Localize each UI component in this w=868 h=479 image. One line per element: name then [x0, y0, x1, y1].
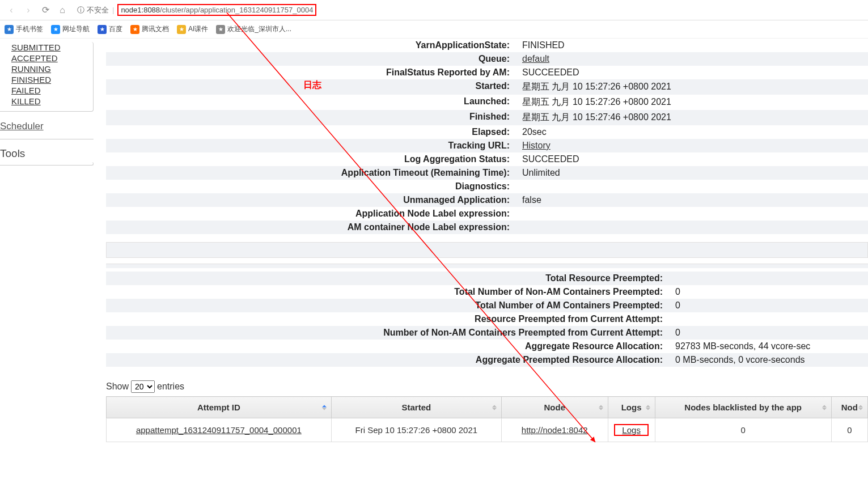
info-label: Log Aggregation Status: [106, 152, 514, 166]
preempt-label: Aggregate Preempted Resource Allocation: [106, 353, 667, 367]
sidebar-state-failed[interactable]: FAILED [0, 85, 93, 96]
annotation-logs-label: 日志 [303, 79, 321, 91]
column-header[interactable]: Nod [831, 397, 867, 418]
info-value: 星期五 九月 10 15:27:26 +0800 2021 [514, 79, 868, 95]
node-link[interactable]: http://node1:8042 [522, 425, 588, 435]
preempt-value: 0 [667, 299, 868, 312]
info-label: FinalStatus Reported by AM: [106, 66, 514, 79]
datatable-length-control: Show 20 entries [106, 377, 868, 396]
sidebar-scheduler-link[interactable]: Scheduler [0, 117, 94, 134]
bookmark-icon: ★ [216, 25, 225, 34]
info-value: Unlimited [514, 166, 868, 180]
bookmark-item[interactable]: ★AI课件 [177, 24, 208, 34]
info-label: AM container Node Label expression: [106, 221, 514, 234]
preempt-value [667, 312, 868, 326]
info-value: FINISHED [514, 39, 868, 52]
preempt-label: Total Number of Non-AM Containers Preemp… [106, 285, 667, 299]
info-icon: ⓘ [77, 5, 84, 15]
preempt-label: Number of Non-AM Containers Preempted fr… [106, 326, 667, 340]
info-label: Application Node Label expression: [106, 207, 514, 221]
sort-icon [599, 405, 604, 410]
main-content: YarnApplicationState:FINISHEDQueue:defau… [94, 39, 868, 479]
info-label: Launched: [106, 95, 514, 110]
preempt-label: Resource Preempted from Current Attempt: [106, 312, 667, 326]
preemption-info-table: Total Resource Preempted:Total Number of… [106, 272, 868, 367]
bookmark-icon: ★ [177, 25, 186, 34]
attempts-table: Attempt IDStartedNodeLogsNodes blacklist… [106, 396, 868, 442]
info-label: Application Timeout (Remaining Time): [106, 166, 514, 180]
info-value: 星期五 九月 10 15:27:26 +0800 2021 [514, 95, 868, 110]
info-value: 20sec [514, 125, 868, 139]
table-row: appattempt_1631240911757_0004_000001 Fri… [107, 418, 868, 442]
sort-icon [822, 405, 828, 410]
sort-icon [646, 405, 651, 410]
nod-cell: 0 [831, 418, 867, 442]
url-host: node1:8088 [121, 6, 160, 14]
url-highlight-box: node1:8088/cluster/app/application_16312… [117, 4, 316, 16]
info-label: Queue: [106, 52, 514, 66]
bookmark-icon: ★ [130, 25, 139, 34]
column-header[interactable]: Started [331, 397, 501, 418]
column-header[interactable]: Attempt ID [107, 397, 332, 418]
logs-highlight-box: Logs [614, 424, 649, 436]
info-label: Unmanaged Application: [106, 193, 514, 207]
column-header[interactable]: Nodes blacklisted by the app [655, 397, 831, 418]
forward-button[interactable]: › [22, 3, 35, 17]
app-info-table: YarnApplicationState:FINISHEDQueue:defau… [106, 39, 868, 234]
bookmark-item[interactable]: ★百度 [98, 24, 122, 34]
started-cell: Fri Sep 10 15:27:26 +0800 2021 [331, 418, 501, 442]
address-bar[interactable]: ⓘ 不安全 | node1:8088/cluster/app/applicati… [73, 2, 863, 18]
url-path: /cluster/app/application_1631240911757_0… [160, 6, 313, 14]
home-button[interactable]: ⌂ [56, 3, 69, 17]
bookmark-icon: ★ [5, 25, 14, 34]
logs-link[interactable]: Logs [622, 425, 641, 435]
sidebar-tools-header[interactable]: Tools [0, 144, 94, 162]
info-label: YarnApplicationState: [106, 39, 514, 52]
bookmark-item[interactable]: ★网址导航 [51, 24, 90, 34]
bookmarks-bar: ★手机书签★网址导航★百度★腾讯文档★AI课件★欢迎光临_深圳市人... [0, 20, 868, 39]
info-label: Finished: [106, 110, 514, 125]
info-value [514, 221, 868, 234]
preempt-label: Aggregate Resource Allocation: [106, 340, 667, 353]
preempt-value: 0 MB-seconds, 0 vcore-seconds [667, 353, 868, 367]
info-value: default [514, 52, 868, 66]
page-size-select[interactable]: 20 [131, 380, 155, 393]
sidebar-state-submitted[interactable]: SUBMITTED [0, 42, 93, 53]
preempt-label: Total Resource Preempted: [106, 272, 667, 285]
blacklisted-cell: 0 [655, 418, 831, 442]
preempt-value: 0 [667, 326, 868, 340]
sidebar-state-finished[interactable]: FINISHED [0, 74, 93, 85]
column-header[interactable]: Logs [608, 397, 655, 418]
browser-toolbar: ‹ › ⟳ ⌂ ⓘ 不安全 | node1:8088/cluster/app/a… [0, 0, 868, 20]
sidebar: SUBMITTEDACCEPTEDRUNNINGFINISHEDFAILEDKI… [0, 39, 94, 479]
bookmark-icon: ★ [98, 25, 107, 34]
info-value: false [514, 193, 868, 207]
info-label: Diagnostics: [106, 180, 514, 193]
preempt-value: 92783 MB-seconds, 44 vcore-sec [667, 340, 868, 353]
bookmark-item[interactable]: ★手机书签 [5, 24, 43, 34]
preempt-value [667, 272, 868, 285]
section-divider [106, 242, 868, 258]
info-value: History [514, 139, 868, 152]
sidebar-state-killed[interactable]: KILLED [0, 96, 93, 107]
bookmark-item[interactable]: ★腾讯文档 [130, 24, 169, 34]
info-value [514, 207, 868, 221]
sidebar-state-running[interactable]: RUNNING [0, 63, 93, 74]
sort-icon [322, 405, 328, 410]
sort-icon [858, 405, 864, 410]
preempt-label: Total Number of AM Containers Preempted: [106, 299, 667, 312]
info-value: SUCCEEDED [514, 152, 868, 166]
reload-button[interactable]: ⟳ [39, 3, 52, 17]
back-button[interactable]: ‹ [5, 3, 18, 17]
attempt-id-link[interactable]: appattempt_1631240911757_0004_000001 [136, 425, 302, 435]
column-header[interactable]: Node [501, 397, 608, 418]
bookmark-icon: ★ [51, 25, 60, 34]
sidebar-state-accepted[interactable]: ACCEPTED [0, 53, 93, 63]
bookmark-item[interactable]: ★欢迎光临_深圳市人... [216, 24, 291, 34]
sort-icon [492, 405, 498, 410]
preempt-value: 0 [667, 285, 868, 299]
info-value: 星期五 九月 10 15:27:46 +0800 2021 [514, 110, 868, 125]
info-value [514, 180, 868, 193]
insecure-label: 不安全 [87, 5, 109, 15]
info-value: SUCCEEDED [514, 66, 868, 79]
